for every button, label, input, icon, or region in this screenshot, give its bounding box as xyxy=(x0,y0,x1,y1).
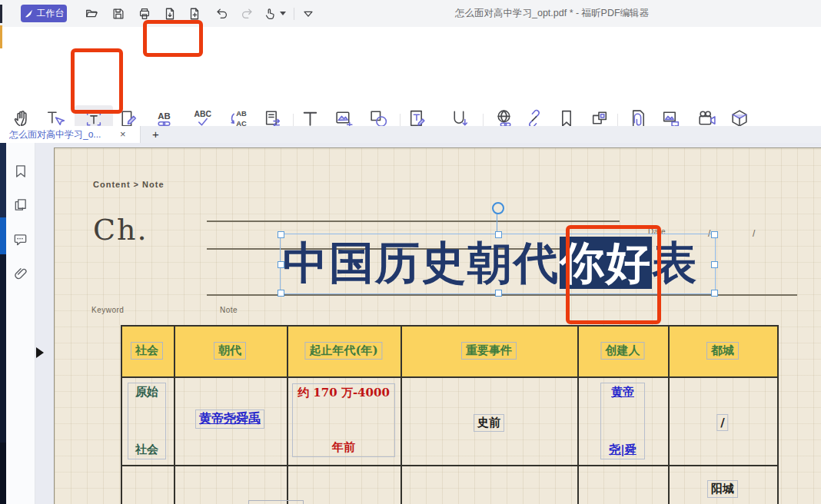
bookmarks-panel-icon[interactable] xyxy=(13,164,28,178)
page-breadcrumb: Content > Note xyxy=(93,180,165,189)
comments-panel-icon[interactable] xyxy=(13,232,28,247)
table-border xyxy=(777,325,779,504)
edit-ribbon-toolbar: 手型 工具 选择 ▾ 编辑 文本 编辑 对象▾ AB 链接&合 并文本 ABC … xyxy=(0,51,821,127)
table-border xyxy=(668,325,670,504)
pdf-page: Content > Note Ch. Date / / 中国历 xyxy=(54,148,821,504)
selection-handle[interactable] xyxy=(711,290,718,297)
svg-text:AB: AB xyxy=(158,111,170,120)
keyword-label: Keyword xyxy=(91,306,124,314)
cell-dynasty-link[interactable]: 黄帝尧舜禹 xyxy=(195,410,264,429)
document-tab-bar: 怎么面对高中学习_o... × + xyxy=(0,126,821,143)
svg-text:ABC: ABC xyxy=(194,110,212,118)
quill-icon xyxy=(24,8,34,18)
table-border xyxy=(121,465,779,466)
workbench-label: 工作台 xyxy=(37,7,65,20)
background-window-strip xyxy=(0,217,6,254)
annotation-box-selected-text xyxy=(566,225,661,324)
cell-founder-link2[interactable]: 尧|舜 xyxy=(609,443,636,457)
new-page-icon[interactable] xyxy=(188,7,201,21)
title-prefix: 中国历史朝代 xyxy=(283,237,560,289)
note-label: Note xyxy=(220,306,238,314)
titlebar-separator xyxy=(294,8,294,20)
document-tab[interactable]: 怎么面对高中学习_o... × xyxy=(0,126,141,143)
cell-capital-row2[interactable]: 阳城 xyxy=(707,480,738,498)
document-tab-label: 怎么面对高中学习_o... xyxy=(9,128,101,141)
cell-founder-link1[interactable]: 黄帝 xyxy=(611,385,634,400)
partial-textbox-fragment xyxy=(248,500,304,504)
document-viewer: Content > Note Ch. Date / / 中国历 xyxy=(0,143,821,504)
table-header-society[interactable]: 社会 xyxy=(131,342,163,360)
background-window-strip xyxy=(0,443,6,504)
cell-capital[interactable]: / xyxy=(716,414,728,431)
cell-society-line2: 社会 xyxy=(135,443,158,457)
hand-click-icon[interactable] xyxy=(263,7,277,21)
table-header-capital[interactable]: 都城 xyxy=(706,342,739,360)
title-bar: 工作台 怎么面对高中学习_opt.pdf * - 福昕P xyxy=(0,0,821,28)
chapter-label: Ch. xyxy=(93,213,148,247)
attachments-panel-icon[interactable] xyxy=(13,266,28,280)
selection-handle[interactable] xyxy=(711,261,718,268)
redo-icon[interactable] xyxy=(240,7,254,21)
background-window-strip xyxy=(0,25,2,48)
table-border xyxy=(174,325,175,504)
menu-bar: 文件 主页 转换 编辑 页面管理 注释 视图 表单 保护 共享 文档管理 会员专… xyxy=(0,27,821,51)
table-border xyxy=(401,325,402,504)
table-border xyxy=(121,325,779,327)
annotation-box-edit-text-button xyxy=(71,48,123,114)
cell-event[interactable]: 史前 xyxy=(474,414,504,432)
customize-chevron-icon[interactable] xyxy=(301,7,315,21)
ruled-line xyxy=(207,294,797,296)
cell-society[interactable]: 原始 社会 xyxy=(128,383,166,459)
annotation-box-edit-menu xyxy=(143,20,203,57)
tab-close-icon[interactable]: × xyxy=(120,128,126,140)
table-border xyxy=(577,325,579,504)
table-header-founder[interactable]: 创建人 xyxy=(601,342,645,360)
selection-handle[interactable] xyxy=(711,231,718,238)
cell-era-line1: 约 170 万-4000 xyxy=(297,386,390,400)
save-icon[interactable] xyxy=(111,7,125,21)
svg-text:AB: AB xyxy=(236,110,247,118)
background-window-strip xyxy=(0,254,6,443)
ruled-line xyxy=(207,220,620,222)
undo-icon[interactable] xyxy=(215,7,229,21)
hand-click-caret-icon[interactable] xyxy=(280,12,286,15)
foxit-pdf-editor-window: 工作台 怎么面对高中学习_opt.pdf * - 福昕P xyxy=(0,0,821,504)
background-window-strip xyxy=(0,5,2,23)
table-border xyxy=(287,325,288,504)
cell-society-line1: 原始 xyxy=(135,385,158,400)
open-folder-icon[interactable] xyxy=(85,7,98,21)
table-header-dynasty[interactable]: 朝代 xyxy=(214,342,246,360)
workbench-button[interactable]: 工作台 xyxy=(21,5,67,22)
expand-panel-icon[interactable] xyxy=(36,347,44,358)
print-icon[interactable] xyxy=(138,7,151,21)
table-header-era[interactable]: 起止年代(年) xyxy=(304,342,382,360)
table-border xyxy=(121,325,122,504)
cell-era-line2: 年前 xyxy=(332,440,355,455)
date-slash: / xyxy=(753,228,756,239)
table-border xyxy=(121,376,779,378)
window-title: 怎么面对高中学习_opt.pdf * - 福昕PDF编辑器 xyxy=(455,7,649,20)
navigation-sidebar xyxy=(6,143,35,504)
cell-founder[interactable]: 黄帝 尧|舜 xyxy=(600,383,645,459)
cell-era[interactable]: 约 170 万-4000 年前 xyxy=(292,383,395,457)
rotation-handle[interactable] xyxy=(492,202,504,214)
page-export-icon[interactable] xyxy=(163,7,177,21)
pages-panel-icon[interactable] xyxy=(13,197,28,212)
background-window-strip xyxy=(0,143,6,217)
new-tab-button[interactable]: + xyxy=(152,128,159,141)
table-header-events[interactable]: 重要事件 xyxy=(461,342,517,360)
